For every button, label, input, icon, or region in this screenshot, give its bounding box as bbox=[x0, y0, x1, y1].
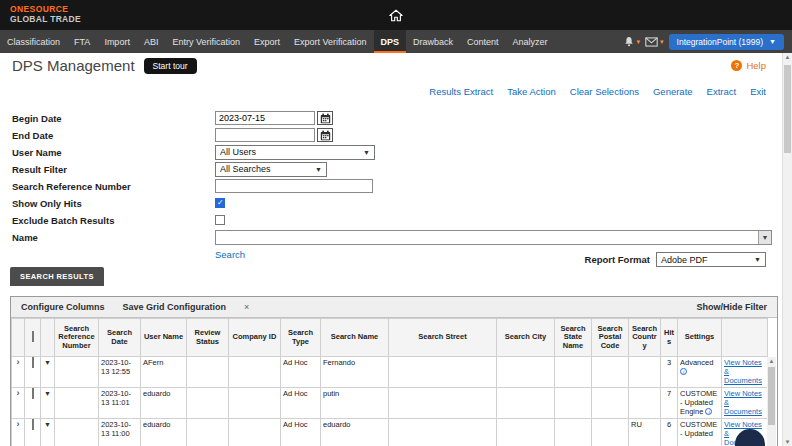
search-reference-number-row: Search Reference Number bbox=[12, 179, 774, 193]
row-expand-icon[interactable]: › bbox=[17, 388, 20, 398]
cell-search-postal-code bbox=[592, 357, 629, 388]
cell-search-state-name bbox=[555, 419, 592, 446]
cell-search-street bbox=[389, 388, 497, 419]
page-scroll-thumb[interactable] bbox=[784, 65, 791, 153]
grid-scroll-up-icon[interactable]: ▲ bbox=[767, 357, 776, 366]
cell-search-name: putin bbox=[321, 388, 389, 419]
report-format-select[interactable]: Adobe PDF ▼ bbox=[656, 252, 766, 267]
tab-search-results[interactable]: SEARCH RESULTS bbox=[10, 267, 104, 286]
page-scroll-down-icon[interactable]: ▼ bbox=[783, 439, 792, 445]
nav-item-dps[interactable]: DPS bbox=[374, 30, 407, 53]
mail-dropdown-caret-icon: ▾ bbox=[660, 38, 664, 45]
messages-mail-icon[interactable]: ▾ bbox=[645, 37, 664, 47]
cell-search-postal-code bbox=[592, 419, 629, 446]
cell-hits: 7 bbox=[661, 388, 678, 419]
row-expand-icon[interactable]: › bbox=[17, 357, 20, 367]
nav-item-analyzer[interactable]: Analyzer bbox=[506, 30, 555, 53]
exclude-batch-results-checkbox[interactable] bbox=[215, 215, 225, 225]
report-format-selected-value: Adobe PDF bbox=[661, 255, 708, 265]
row-menu-caret-icon[interactable]: ▼ bbox=[44, 390, 51, 397]
end-date-input[interactable] bbox=[215, 128, 315, 142]
search-link[interactable]: Search bbox=[215, 249, 245, 260]
result-filter-select-caret-icon: ▼ bbox=[309, 166, 322, 173]
name-combobox[interactable]: ▼ bbox=[215, 230, 772, 245]
end-date-calendar-icon[interactable] bbox=[317, 128, 333, 142]
table-row: › ▼ 2023-10-13 11:01 eduardo Ad Hoc puti… bbox=[12, 388, 768, 419]
row-menu-caret-icon[interactable]: ▼ bbox=[44, 359, 51, 366]
row-checkbox[interactable] bbox=[32, 419, 34, 430]
view-notes-documents-link[interactable]: View Notes & Documents bbox=[724, 358, 762, 385]
begin-date-input[interactable] bbox=[215, 111, 315, 125]
result-filter-selected-value: All Searches bbox=[220, 164, 271, 174]
grid-scroll-thumb[interactable] bbox=[768, 367, 775, 425]
user-name-row: User Name All Users ▼ bbox=[12, 145, 774, 159]
nav-item-entry-verification[interactable]: Entry Verification bbox=[165, 30, 247, 53]
nav-item-classification[interactable]: Classification bbox=[0, 30, 67, 53]
begin-date-calendar-icon[interactable] bbox=[317, 111, 333, 125]
cell-search-date: 2023-10-13 12:55 bbox=[99, 357, 141, 388]
cell-search-country bbox=[629, 357, 661, 388]
nav-item-fta[interactable]: FTA bbox=[67, 30, 97, 53]
row-checkbox[interactable] bbox=[32, 388, 34, 399]
show-only-hits-checkbox[interactable] bbox=[215, 198, 225, 208]
begin-date-row: Begin Date bbox=[12, 111, 774, 125]
cell-search-street bbox=[389, 419, 497, 446]
cell-company-id bbox=[229, 357, 281, 388]
col-search-postal-code: Search Postal Code bbox=[592, 319, 629, 357]
search-reference-number-label: Search Reference Number bbox=[12, 181, 215, 192]
col-notes-documents bbox=[722, 319, 768, 357]
cell-company-id bbox=[229, 419, 281, 446]
cell-company-id bbox=[229, 388, 281, 419]
exclude-batch-results-label: Exclude Batch Results bbox=[12, 215, 215, 226]
settings-info-icon[interactable]: i bbox=[705, 408, 712, 415]
generate-link[interactable]: Generate bbox=[653, 86, 693, 97]
user-name-selected-value: All Users bbox=[220, 147, 256, 157]
help-link[interactable]: ? Help bbox=[731, 60, 766, 71]
nav-item-content[interactable]: Content bbox=[460, 30, 506, 53]
end-date-row: End Date bbox=[12, 128, 774, 142]
results-extract-link[interactable]: Results Extract bbox=[429, 86, 493, 97]
extract-link[interactable]: Extract bbox=[707, 86, 737, 97]
nav-item-drawback[interactable]: Drawback bbox=[406, 30, 460, 53]
page-scroll-up-icon[interactable]: ▲ bbox=[783, 54, 792, 60]
brand-logo: ONESOURCE GLOBAL TRADE bbox=[10, 5, 81, 25]
result-filter-select[interactable]: All Searches ▼ bbox=[215, 162, 327, 177]
select-all-checkbox[interactable] bbox=[32, 331, 34, 342]
row-expand-icon[interactable]: › bbox=[17, 419, 20, 429]
row-menu-caret-icon[interactable]: ▼ bbox=[44, 421, 51, 428]
cell-search-country: RU bbox=[629, 419, 661, 446]
help-label: Help bbox=[746, 60, 766, 71]
take-action-link[interactable]: Take Action bbox=[507, 86, 556, 97]
view-notes-documents-link[interactable]: View Notes & Documents bbox=[724, 389, 762, 416]
row-checkbox[interactable] bbox=[32, 357, 34, 368]
cell-search-reference-number bbox=[55, 419, 99, 446]
save-grid-configuration-button[interactable]: Save Grid Configuration bbox=[123, 302, 227, 312]
grid-close-icon[interactable]: × bbox=[244, 302, 249, 312]
page-title: DPS Management bbox=[12, 57, 135, 74]
notifications-bell-icon[interactable]: ▾ bbox=[623, 35, 641, 48]
name-row: Name ▼ bbox=[12, 230, 774, 244]
page-scrollbar[interactable]: ▲ ▼ bbox=[782, 53, 792, 446]
clear-selections-link[interactable]: Clear Selections bbox=[570, 86, 639, 97]
account-menu-label: IntegrationPoint (1999) bbox=[677, 37, 763, 47]
search-reference-number-input[interactable] bbox=[215, 179, 373, 193]
account-menu-caret-icon: ▼ bbox=[769, 38, 776, 45]
home-icon[interactable] bbox=[389, 8, 403, 26]
col-search-city: Search City bbox=[497, 319, 555, 357]
nav-item-export[interactable]: Export bbox=[247, 30, 287, 53]
start-tour-button[interactable]: Start tour bbox=[144, 58, 197, 74]
help-question-icon: ? bbox=[731, 60, 742, 71]
account-menu-button[interactable]: IntegrationPoint (1999) ▼ bbox=[669, 34, 784, 50]
settings-info-icon[interactable]: i bbox=[680, 368, 687, 375]
nav-item-import[interactable]: Import bbox=[97, 30, 137, 53]
configure-columns-button[interactable]: Configure Columns bbox=[21, 302, 105, 312]
nav-item-export-verification[interactable]: Export Verification bbox=[287, 30, 374, 53]
exit-link[interactable]: Exit bbox=[750, 86, 766, 97]
show-hide-filter-button[interactable]: Show/Hide Filter bbox=[696, 302, 767, 312]
name-combobox-caret-icon[interactable]: ▼ bbox=[758, 231, 771, 244]
table-row: › ▼ 2023-10-13 12:55 AFern Ad Hoc Fernan… bbox=[12, 357, 768, 388]
nav-item-abi[interactable]: ABI bbox=[137, 30, 166, 53]
user-name-select[interactable]: All Users ▼ bbox=[215, 145, 375, 160]
col-user-name: User Name bbox=[141, 319, 187, 357]
grid-scrollbar[interactable]: ▲ bbox=[767, 357, 776, 446]
